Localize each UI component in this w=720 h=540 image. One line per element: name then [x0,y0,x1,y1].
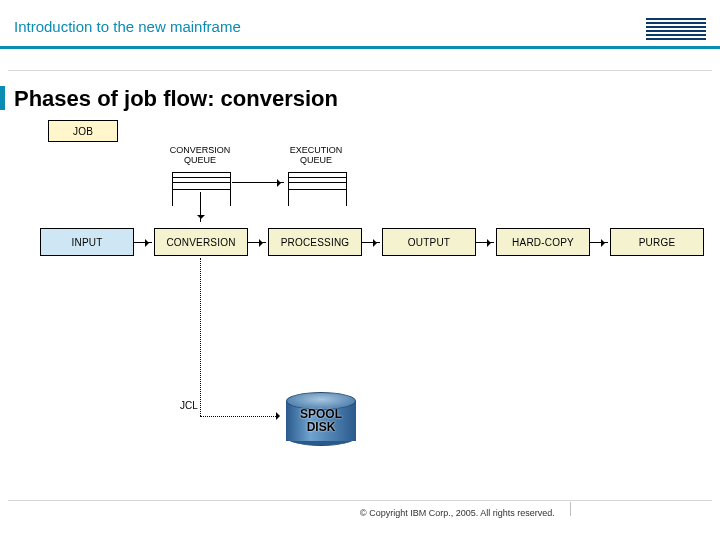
sub-rule [8,70,712,71]
phase-purge: PURGE [610,228,704,256]
arrow-out-hard [476,242,494,243]
phase-hardcopy: HARD-COPY [496,228,590,256]
execution-queue-label: EXECUTION QUEUE [280,146,352,166]
footer-rule [8,500,712,501]
phase-conversion: CONVERSION [154,228,248,256]
header-title: Introduction to the new mainframe [14,18,241,35]
title-accent [0,86,5,110]
conversion-queue-stack [172,172,230,190]
ibm-logo [646,18,706,40]
arrow-convq-to-execq [232,182,284,183]
arrow-hard-purge [590,242,608,243]
arrow-conv-proc [248,242,266,243]
header-rule [0,46,720,49]
job-box: JOB [48,120,118,142]
slide: Introduction to the new mainframe Phases… [0,0,720,540]
dotted-arrowhead [276,412,284,420]
conversion-queue-label: CONVERSION QUEUE [156,146,244,166]
arrow-queue-to-conversion [200,192,201,222]
jcl-label: JCL [180,400,198,411]
arrow-input-conv [134,242,152,243]
dotted-conv-down [200,258,201,416]
phase-input: INPUT [40,228,134,256]
footer-copyright: © Copyright IBM Corp., 2005. All rights … [360,508,555,518]
footer-tick [570,502,571,516]
slide-title: Phases of job flow: conversion [14,86,338,112]
dotted-conv-right [200,416,276,417]
header: Introduction to the new mainframe [0,0,720,50]
spool-disk-label: SPOOL DISK [290,408,352,433]
execution-queue-stack [288,172,346,190]
phase-output: OUTPUT [382,228,476,256]
phase-processing: PROCESSING [268,228,362,256]
arrow-proc-out [362,242,380,243]
